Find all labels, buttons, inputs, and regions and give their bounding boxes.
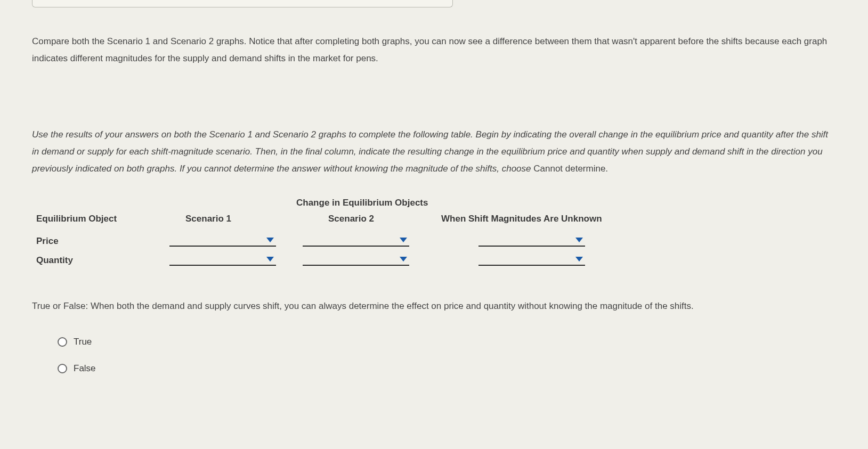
instructions-italic: Use the results of your answers on both … (32, 129, 828, 174)
collapsed-panel-edge (32, 0, 453, 7)
instructions-paragraph: Use the results of your answers on both … (32, 126, 836, 178)
dropdown-quantity-unknown[interactable] (478, 251, 585, 266)
column-header-object: Equilibrium Object (36, 214, 169, 227)
dropdown-quantity-scenario2[interactable] (303, 251, 409, 266)
dropdown-price-scenario1[interactable] (169, 232, 276, 247)
column-header-scenario2: Scenario 2 (303, 214, 436, 227)
radio-icon (58, 337, 67, 347)
question-content: Compare both the Scenario 1 and Scenario… (0, 7, 868, 374)
chevron-down-icon (400, 238, 407, 242)
instructions-tail: Cannot determine. (533, 164, 608, 174)
radio-option-true[interactable]: True (58, 337, 836, 347)
row-label-price: Price (36, 232, 169, 247)
chevron-down-icon (575, 257, 583, 262)
chevron-down-icon (266, 238, 274, 242)
radio-label-true: True (74, 337, 92, 347)
chevron-down-icon (575, 238, 583, 242)
dropdown-price-scenario2[interactable] (303, 232, 409, 247)
radio-label-false: False (74, 363, 96, 374)
radio-group: True False (32, 337, 836, 374)
intro-paragraph: Compare both the Scenario 1 and Scenario… (32, 33, 836, 68)
true-false-question: True or False: When both the demand and … (32, 298, 836, 315)
table-super-header: Change in Equilibrium Objects (296, 198, 836, 208)
dropdown-price-unknown[interactable] (478, 232, 585, 247)
chevron-down-icon (266, 257, 274, 262)
radio-icon (58, 364, 67, 373)
equilibrium-table: Change in Equilibrium Objects Equilibriu… (32, 198, 836, 266)
row-label-quantity: Quantity (36, 251, 169, 266)
dropdown-quantity-scenario1[interactable] (169, 251, 276, 266)
column-header-scenario1: Scenario 1 (169, 214, 303, 227)
radio-option-false[interactable]: False (58, 363, 836, 374)
chevron-down-icon (400, 257, 407, 262)
column-header-unknown: When Shift Magnitudes Are Unknown (436, 214, 649, 227)
